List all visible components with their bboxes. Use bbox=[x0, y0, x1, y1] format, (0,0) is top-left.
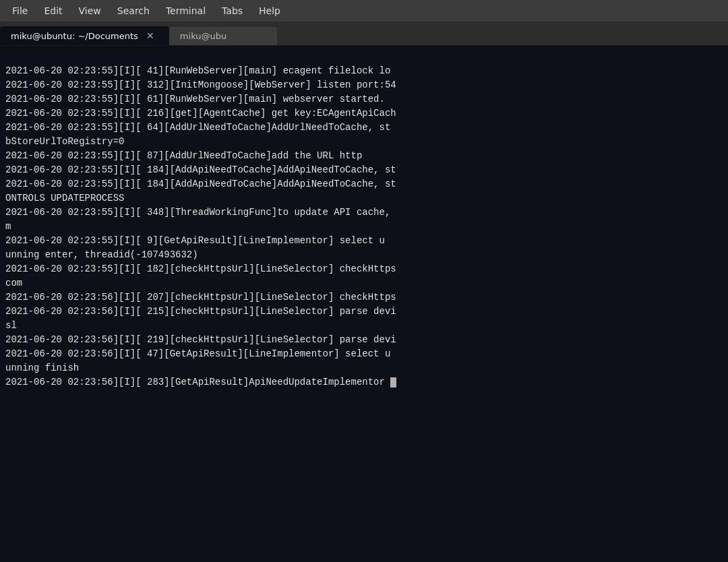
tab-1-label: miku@ubuntu: ~/Documents bbox=[11, 31, 138, 41]
terminal-line: bStoreUrlToRegistry=0 bbox=[5, 135, 723, 149]
tab-2[interactable]: miku@ubu bbox=[169, 27, 277, 45]
terminal-line: unning enter, threadid(-107493632) bbox=[5, 248, 723, 262]
terminal-line: 2021-06-20 02:23:56][I][ 283][GetApiResu… bbox=[5, 375, 723, 389]
terminal-line: 2021-06-20 02:23:55][I][ 87][AddUrlNeedT… bbox=[5, 149, 723, 163]
menu-search[interactable]: Search bbox=[111, 3, 156, 19]
menu-view[interactable]: View bbox=[72, 3, 108, 19]
menubar: File Edit View Search Terminal Tabs Help bbox=[0, 0, 728, 22]
terminal-line: 2021-06-20 02:23:56][I][ 219][checkHttps… bbox=[5, 333, 723, 347]
menu-terminal[interactable]: Terminal bbox=[159, 3, 212, 19]
terminal-line: 2021-06-20 02:23:56][I][ 207][checkHttps… bbox=[5, 290, 723, 305]
terminal-line: 2021-06-20 02:23:55][I][ 184][AddApiNeed… bbox=[5, 177, 723, 191]
terminal-line: 2021-06-20 02:23:55][I][ 61][RunWebServe… bbox=[5, 92, 723, 106]
terminal-line: 2021-06-20 02:23:55][I][ 348][ThreadWork… bbox=[5, 206, 723, 220]
terminal-line: 2021-06-20 02:23:55][I][ 312][InitMongoo… bbox=[5, 78, 723, 92]
terminal-line: 2021-06-20 02:23:55][I][ 64][AddUrlNeedT… bbox=[5, 121, 723, 135]
terminal-line: 2021-06-20 02:23:55][I][ 9][GetApiResult… bbox=[5, 234, 723, 248]
tab-1[interactable]: miku@ubuntu: ~/Documents ✕ bbox=[0, 26, 169, 45]
terminal-cursor bbox=[390, 377, 396, 387]
terminal-line: 2021-06-20 02:23:56][I][ 47][GetApiResul… bbox=[5, 347, 723, 361]
terminal-line: ONTROLS UPDATEPROCESS bbox=[5, 191, 723, 206]
terminal-line: 2021-06-20 02:23:55][I][ 182][checkHttps… bbox=[5, 262, 723, 276]
menu-help[interactable]: Help bbox=[252, 3, 287, 19]
terminal-line: 2021-06-20 02:23:55][I][ 41][RunWebServe… bbox=[5, 64, 723, 78]
terminal-line: unning finish bbox=[5, 361, 723, 375]
terminal-line: 2021-06-20 02:23:56][I][ 215][checkHttps… bbox=[5, 305, 723, 319]
terminal-line: m bbox=[5, 220, 723, 234]
terminal-line: sl bbox=[5, 319, 723, 333]
menu-tabs[interactable]: Tabs bbox=[215, 3, 249, 19]
terminal-line: 2021-06-20 02:23:55][I][ 216][get][Agent… bbox=[5, 106, 723, 121]
menu-edit[interactable]: Edit bbox=[37, 3, 69, 19]
tab-1-close[interactable]: ✕ bbox=[145, 30, 156, 41]
terminal-output: 2021-06-20 02:23:55][I][ 41][RunWebServe… bbox=[0, 46, 728, 562]
terminal-line: 2021-06-20 02:23:55][I][ 184][AddApiNeed… bbox=[5, 163, 723, 177]
menu-file[interactable]: File bbox=[5, 3, 34, 19]
tabbar: miku@ubuntu: ~/Documents ✕ miku@ubu bbox=[0, 22, 728, 46]
tab-2-label: miku@ubu bbox=[180, 31, 226, 41]
terminal-line: com bbox=[5, 276, 723, 290]
